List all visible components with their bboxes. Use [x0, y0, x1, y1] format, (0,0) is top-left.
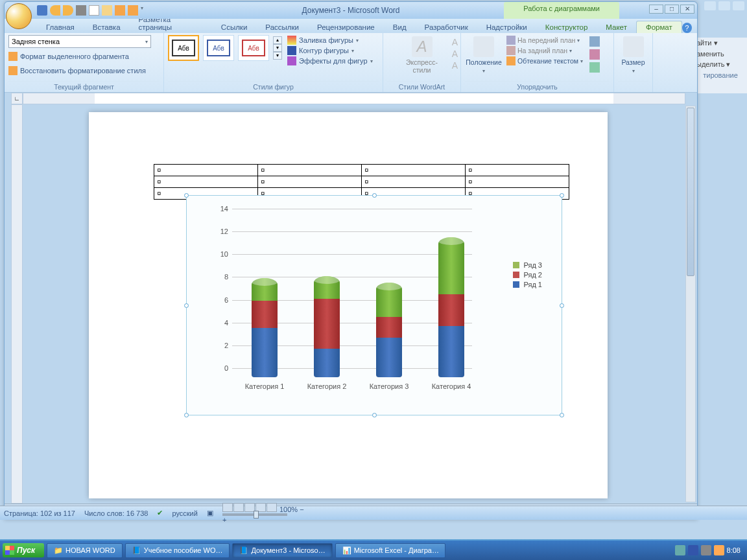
outer-group-label: тирование	[694, 70, 747, 80]
save-icon[interactable]	[37, 5, 47, 16]
document-table[interactable]: ¤¤¤¤ ¤¤¤¤ ¤¤¤¤	[154, 164, 569, 200]
outer-select[interactable]: ыделить ▾	[694, 59, 747, 70]
chart-element-selector[interactable]: Задняя стенка ▾	[8, 35, 151, 48]
tab-review[interactable]: Рецензирование	[308, 21, 384, 33]
gallery-more-icon[interactable]: ▾	[273, 52, 282, 60]
gallery-up-icon[interactable]: ▴	[273, 36, 282, 44]
text-fill-icon: A	[452, 37, 458, 47]
tab-selector[interactable]: ∟	[11, 93, 23, 104]
shape-style-1[interactable]: Абв	[168, 35, 199, 61]
taskbar-item[interactable]: 📘 Учебное пособие WO…	[125, 543, 230, 558]
outer-min-icon[interactable]	[704, 1, 716, 10]
zoom-in-icon[interactable]: +	[222, 516, 226, 524]
shape-style-3[interactable]: Абв	[238, 35, 269, 61]
size-button[interactable]: Размер▾	[618, 35, 648, 74]
macro-rec-icon[interactable]: ▣	[207, 509, 213, 517]
chart-legend[interactable]: Ряд 3Ряд 2Ряд 1	[513, 259, 542, 290]
group-label-fragment: Текущий фрагмент	[8, 81, 160, 92]
taskbar-item-active[interactable]: 📘 Документ3 - Microso…	[232, 543, 332, 558]
restore-icon[interactable]: □	[665, 5, 679, 14]
minimize-icon[interactable]: –	[649, 5, 663, 14]
zoom-out-icon[interactable]: −	[300, 506, 303, 513]
shape-style-2[interactable]: Абв	[203, 35, 234, 61]
resize-handle[interactable]	[560, 413, 564, 417]
tab-view[interactable]: Вид	[384, 21, 416, 33]
spell-check-icon[interactable]: ✔	[157, 509, 163, 517]
group-icon	[589, 49, 600, 60]
status-language-outer[interactable]: русский	[172, 509, 197, 517]
document-page[interactable]: ¤¤¤¤ ¤¤¤¤ ¤¤¤¤ 02468101214Категория 1Кат…	[89, 112, 608, 498]
tab-addins[interactable]: Надстройки	[477, 21, 536, 33]
text-wrap-button[interactable]: Обтекание текстом▾	[506, 56, 583, 66]
tab-insert[interactable]: Вставка	[84, 21, 130, 33]
close-icon[interactable]: ✕	[680, 5, 694, 14]
horizontal-ruler[interactable]	[23, 93, 685, 104]
open-icon[interactable]	[102, 5, 112, 16]
tab-design[interactable]: Конструктор	[536, 21, 597, 33]
shape-style-gallery[interactable]: Абв Абв Абв ▴ ▾ ▾	[168, 35, 282, 61]
tray-icon[interactable]	[714, 545, 724, 555]
shape-effects-button[interactable]: Эффекты для фигур▾	[287, 56, 373, 66]
group-label-shape-styles: Стили фигур	[168, 81, 379, 92]
tab-chart-layout[interactable]: Макет	[597, 21, 636, 33]
chart-plot-area[interactable]: 02468101214Категория 1Категория 2Категор…	[232, 209, 472, 377]
paint-icon[interactable]	[128, 5, 138, 16]
gallery-down-icon[interactable]: ▾	[273, 44, 282, 52]
outer-editing-group: айти ▾ аменить ыделить ▾ тирование	[694, 38, 747, 93]
resize-handle[interactable]	[184, 193, 189, 198]
shape-outline-button[interactable]: Контур фигуры▾	[287, 45, 373, 56]
zoom-slider-outer[interactable]	[222, 513, 287, 516]
resize-handle[interactable]	[184, 413, 189, 417]
undo-icon[interactable]	[50, 5, 60, 16]
zoom-level-outer[interactable]: 100%	[279, 506, 298, 513]
wordart-icon: A	[412, 36, 433, 57]
outer-replace[interactable]: аменить	[694, 49, 747, 59]
status-page-outer[interactable]: Страница: 102 из 117	[4, 509, 75, 517]
chart-element-value: Задняя стенка	[12, 38, 60, 45]
format-selection-button[interactable]: Формат выделенного фрагмента	[8, 51, 160, 62]
office-button[interactable]	[6, 3, 32, 29]
tray-lang-icon[interactable]	[688, 545, 698, 555]
tray-icon[interactable]	[675, 545, 685, 555]
scroll-thumb[interactable]	[687, 108, 694, 276]
align-icon	[589, 36, 600, 47]
reset-icon	[8, 66, 18, 75]
shape-fill-button[interactable]: Заливка фигуры▾	[287, 35, 373, 45]
taskbar-item[interactable]: 📁 НОВАЯ WORD	[47, 543, 123, 558]
outer-find[interactable]: айти ▾	[694, 38, 747, 49]
reset-style-button[interactable]: Восстановить форматирование стиля	[8, 65, 160, 76]
resize-handle[interactable]	[372, 193, 377, 198]
resize-handle[interactable]	[184, 303, 189, 308]
view-buttons-outer[interactable]	[222, 506, 278, 513]
tab-home[interactable]: Главная	[37, 21, 84, 33]
new-icon[interactable]	[89, 5, 99, 16]
resize-handle[interactable]	[560, 193, 564, 198]
resize-handle[interactable]	[372, 413, 377, 417]
start-button[interactable]: Пуск	[3, 543, 44, 557]
taskbar-item[interactable]: 📊 Microsoft Excel - Диагра…	[335, 543, 445, 558]
redo-icon[interactable]	[63, 5, 73, 16]
tab-developer[interactable]: Разработчик	[416, 21, 477, 33]
fill-icon	[287, 36, 296, 45]
vertical-ruler[interactable]	[11, 104, 23, 504]
quickprint-icon[interactable]	[76, 5, 86, 16]
tray-icon[interactable]	[701, 545, 711, 555]
effects-icon	[287, 56, 296, 65]
outer-max-icon[interactable]	[718, 1, 730, 10]
help-icon[interactable]: ?	[682, 23, 692, 33]
context-tools-label: Работа с диаграммами	[504, 2, 619, 19]
status-words-outer[interactable]: Число слов: 16 738	[84, 509, 148, 517]
chevron-down-icon: ▾	[145, 39, 148, 45]
resize-handle[interactable]	[560, 303, 564, 308]
position-button[interactable]: Положение▾	[465, 35, 503, 74]
spell-icon[interactable]	[115, 5, 125, 16]
tab-references[interactable]: Ссылки	[212, 21, 257, 33]
system-tray[interactable]: 8:08	[675, 545, 744, 555]
qat-more-icon[interactable]: ▾	[141, 5, 146, 16]
tray-clock[interactable]: 8:08	[727, 546, 741, 554]
tab-mailings[interactable]: Рассылки	[256, 21, 308, 33]
tab-format[interactable]: Формат	[636, 21, 682, 33]
vertical-scrollbar[interactable]	[685, 106, 696, 502]
outer-close-icon[interactable]	[733, 1, 744, 10]
chart-object[interactable]: 02468101214Категория 1Категория 2Категор…	[186, 195, 562, 415]
